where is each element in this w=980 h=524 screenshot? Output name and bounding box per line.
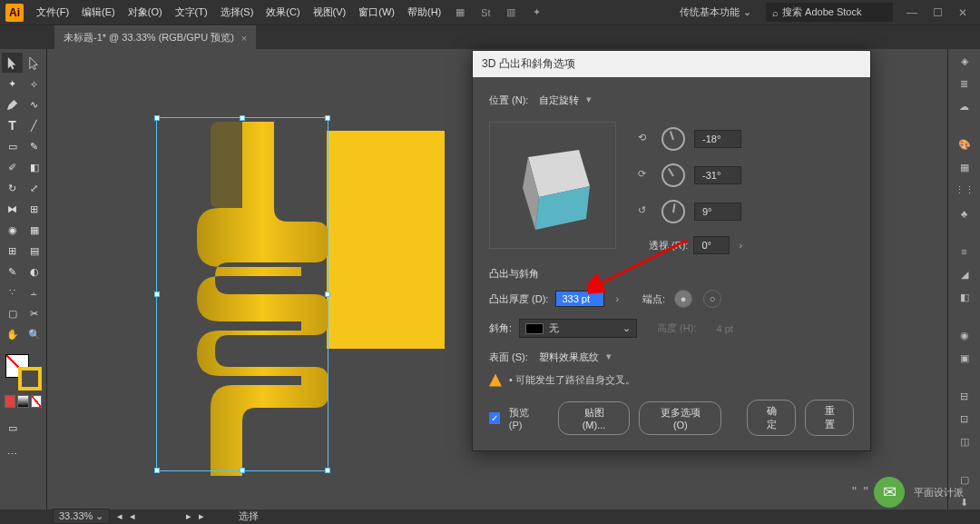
edit-toolbar[interactable]: ⋯ <box>2 444 23 464</box>
handle-ml[interactable] <box>154 292 160 297</box>
cap-off-button[interactable]: ○ <box>703 290 721 308</box>
graphic-styles-panel-icon[interactable]: ▣ <box>955 351 975 365</box>
handle-tm[interactable] <box>240 115 245 121</box>
nav-next[interactable]: ▸ <box>186 510 191 522</box>
align-panel-icon[interactable]: ⊟ <box>955 390 975 403</box>
appearance-panel-icon[interactable]: ◉ <box>955 329 975 342</box>
scale-tool[interactable]: ⤢ <box>24 178 44 198</box>
rot-x-dial[interactable] <box>662 127 685 151</box>
shaper-tool[interactable]: ✐ <box>2 157 23 177</box>
pathfinder-panel-icon[interactable]: ◫ <box>955 435 975 449</box>
graph-tool[interactable]: ⫠ <box>24 282 44 302</box>
shape-builder-tool[interactable]: ◉ <box>2 220 23 240</box>
slice-tool[interactable]: ✂ <box>24 303 44 323</box>
fill-stroke-swatches[interactable] <box>2 352 44 392</box>
libraries-panel-icon[interactable]: ☁ <box>955 100 975 114</box>
3d-preview-cube[interactable] <box>489 122 616 249</box>
rotate-tool[interactable]: ↻ <box>2 178 23 198</box>
depth-input[interactable]: 333 pt <box>555 291 604 307</box>
handle-mr[interactable] <box>325 292 330 297</box>
transform-panel-icon[interactable]: ⊡ <box>955 412 975 426</box>
perspective-tool[interactable]: ▦ <box>24 220 44 240</box>
handle-tl[interactable] <box>154 115 160 121</box>
handle-tr[interactable] <box>325 115 330 121</box>
nav-prev2[interactable]: ◂ <box>130 510 135 522</box>
window-maximize[interactable]: ☐ <box>926 6 949 19</box>
artboard-tool[interactable]: ▢ <box>2 303 23 323</box>
properties-panel-icon[interactable]: ◈ <box>955 54 975 68</box>
mesh-tool[interactable]: ⊞ <box>2 241 23 261</box>
bevel-dropdown[interactable]: 无⌄ <box>519 319 637 338</box>
preview-checkbox[interactable]: ✓ <box>489 412 500 424</box>
rot-x-input[interactable]: -18° <box>694 130 741 148</box>
window-close[interactable]: ✕ <box>951 6 975 19</box>
rot-y-dial[interactable] <box>662 163 685 187</box>
handle-bm[interactable] <box>240 468 245 473</box>
hand-tool[interactable]: ✋ <box>2 324 23 344</box>
menu-window[interactable]: 窗口(W) <box>353 2 400 23</box>
screen-mode[interactable]: ▭ <box>2 418 23 438</box>
free-transform-tool[interactable]: ⊞ <box>24 199 44 219</box>
position-dropdown[interactable]: 自定旋转 <box>535 92 595 109</box>
layers-panel-icon[interactable]: ≣ <box>955 77 975 91</box>
none-mode[interactable] <box>31 395 42 408</box>
gradient-tool[interactable]: ▤ <box>24 241 44 261</box>
transparency-panel-icon[interactable]: ◧ <box>955 291 975 304</box>
line-tool[interactable]: ╱ <box>24 115 44 135</box>
magic-wand-tool[interactable]: ✦ <box>2 74 23 94</box>
curvature-tool[interactable]: ∿ <box>24 94 44 114</box>
paintbrush-tool[interactable]: ✎ <box>24 136 44 156</box>
color-mode[interactable] <box>5 395 15 408</box>
menu-view[interactable]: 视图(V) <box>308 2 352 23</box>
handle-bl[interactable] <box>154 468 160 473</box>
rectangle-tool[interactable]: ▭ <box>2 136 23 156</box>
zoom-tool[interactable]: 🔍 <box>24 324 44 344</box>
window-minimize[interactable]: — <box>900 6 924 19</box>
menu-select[interactable]: 选择(S) <box>215 2 260 23</box>
cap-on-button[interactable]: ● <box>674 290 692 308</box>
stroke-panel-icon[interactable]: ≡ <box>955 244 975 258</box>
surface-dropdown[interactable]: 塑料效果底纹 <box>535 349 615 366</box>
stroke-swatch[interactable] <box>18 367 42 391</box>
bridge-icon[interactable]: ▦ <box>450 3 470 23</box>
gradient-mode[interactable] <box>17 395 28 408</box>
perspective-input[interactable]: 0° <box>693 236 730 254</box>
menu-object[interactable]: 对象(O) <box>122 2 168 23</box>
perspective-stepper[interactable]: › <box>735 240 746 251</box>
rot-y-input[interactable]: -31° <box>694 166 741 184</box>
menu-type[interactable]: 文字(T) <box>170 2 213 23</box>
rot-z-input[interactable]: 9° <box>694 203 741 221</box>
color-panel-icon[interactable]: 🎨 <box>955 138 975 152</box>
rot-z-dial[interactable] <box>662 200 685 223</box>
map-art-button[interactable]: 贴图 (M)... <box>558 401 631 435</box>
menu-help[interactable]: 帮助(H) <box>402 2 446 23</box>
direct-selection-tool[interactable] <box>24 53 44 73</box>
symbols-panel-icon[interactable]: ♣ <box>955 206 975 220</box>
more-options-button[interactable]: 更多选项 (O) <box>639 401 721 435</box>
gradient-panel-icon[interactable]: ◢ <box>955 267 975 281</box>
menu-file[interactable]: 文件(F) <box>31 2 74 23</box>
reset-button[interactable]: 重置 <box>805 400 854 436</box>
arrange-icon[interactable]: ▥ <box>501 3 521 23</box>
symbol-sprayer-tool[interactable]: ∵ <box>2 282 23 302</box>
search-input[interactable]: ⌕搜索 Adobe Stock <box>766 3 893 22</box>
pen-tool[interactable] <box>2 94 23 114</box>
document-tab[interactable]: 未标题-1* @ 33.33% (RGB/GPU 预览) × <box>54 25 256 49</box>
depth-stepper[interactable]: › <box>612 293 622 304</box>
swatches-panel-icon[interactable]: ▦ <box>955 161 975 174</box>
zoom-dropdown[interactable]: 33.33% ⌄ <box>53 509 110 524</box>
width-tool[interactable]: ⧓ <box>2 199 23 219</box>
stock-icon[interactable]: St <box>475 3 495 23</box>
menu-edit[interactable]: 编辑(E) <box>76 2 121 23</box>
nav-next2[interactable]: ▸ <box>199 510 204 522</box>
eraser-tool[interactable]: ◧ <box>24 157 44 177</box>
handle-br[interactable] <box>325 468 330 473</box>
brushes-panel-icon[interactable]: ⋮⋮ <box>955 183 975 197</box>
blend-tool[interactable]: ◐ <box>24 262 44 282</box>
close-tab-icon[interactable]: × <box>241 33 247 44</box>
workspace-switcher[interactable]: 传统基本功能⌄ <box>672 4 759 21</box>
selection-tool[interactable] <box>2 53 23 73</box>
eyedropper-tool[interactable]: ✎ <box>2 262 23 282</box>
nav-prev[interactable]: ◂ <box>117 510 122 522</box>
ok-button[interactable]: 确定 <box>747 400 796 436</box>
